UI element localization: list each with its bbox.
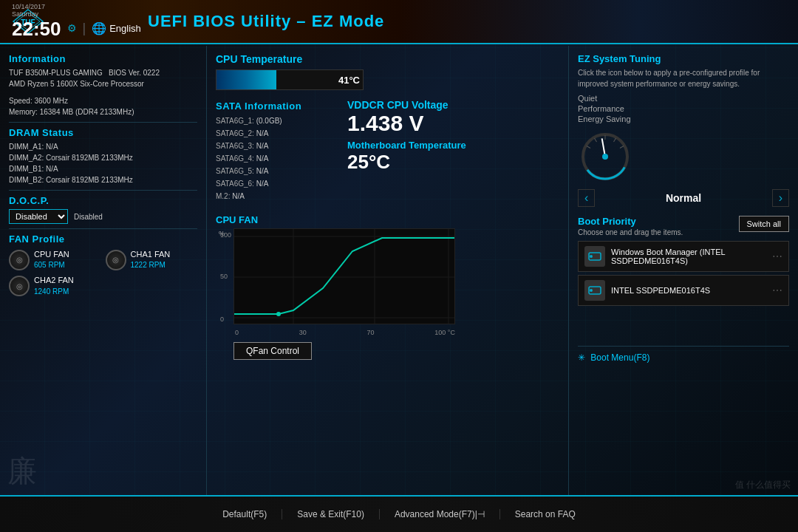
info-cpu: AMD Ryzen 5 1600X Six-Core Processor bbox=[9, 78, 197, 89]
docp-label: Disabled bbox=[74, 211, 103, 222]
cha2-fan-info: CHA2 FAN 1240 RPM bbox=[34, 275, 74, 296]
bottom-bar: Default(F5) Save & Exit(F10) Advanced Mo… bbox=[0, 495, 798, 532]
default-f5-button[interactable]: Default(F5) bbox=[208, 509, 282, 519]
language-label: English bbox=[109, 23, 141, 34]
cpu-temp-section: CPU Temperature 41°C bbox=[216, 53, 559, 90]
right-panel: EZ System Tuning Click the icon below to… bbox=[569, 46, 798, 495]
x-label-30: 30 bbox=[299, 329, 307, 336]
boot-item-more-1[interactable]: ⋯ bbox=[772, 284, 782, 296]
dimm-b1: DIMM_B1: N/A bbox=[9, 163, 197, 174]
boot-item-name-0: Windows Boot Manager (INTEL SSDPEDME016T… bbox=[611, 248, 766, 265]
temp-bar-container: 41°C bbox=[216, 69, 364, 90]
info-board-bios: TUF B350M-PLUS GAMING BIOS Ver. 0222 bbox=[9, 67, 197, 78]
switch-all-button[interactable]: Switch all bbox=[739, 216, 789, 232]
cha2-fan-name: CHA2 FAN bbox=[34, 275, 74, 286]
current-profile-label: Normal bbox=[666, 192, 701, 204]
top-bar: TUF 10/14/2017 Saturday 22:50 ⚙ | 🌐 Engl… bbox=[0, 0, 798, 44]
profile-quiet[interactable]: Quiet bbox=[578, 94, 789, 103]
fan-item-cha1: ◎ CHA1 FAN 1222 RPM bbox=[106, 249, 198, 270]
chart-100-label: 100 bbox=[220, 231, 231, 239]
sata6g6: SATA6G_6: N/A bbox=[216, 177, 559, 190]
temp-value: 41°C bbox=[338, 75, 360, 86]
dimm-b2: DIMM_B2: Corsair 8192MB 2133MHz bbox=[9, 174, 197, 185]
settings-icon[interactable]: ⚙ bbox=[67, 22, 77, 34]
boot-menu-label: Boot Menu(F8) bbox=[590, 352, 649, 363]
cha2-fan-icon: ◎ bbox=[9, 276, 30, 296]
boot-priority-desc: Choose one and drag the items. bbox=[578, 228, 683, 236]
search-faq-label: Search on FAQ bbox=[515, 509, 576, 519]
cpu-fan-chart-title: CPU FAN bbox=[216, 214, 559, 225]
fan-grid: ◎ CPU FAN 605 RPM ◎ CHA1 FAN 1222 RPM ◎ … bbox=[9, 249, 197, 297]
fan-item-cha2: ◎ CHA2 FAN 1240 RPM bbox=[9, 275, 101, 296]
cpu-temp-title: CPU Temperature bbox=[216, 53, 559, 65]
profile-performance[interactable]: Performance bbox=[578, 104, 789, 113]
date-area: 10/14/2017 Saturday 22:50 ⚙ | 🌐 English bbox=[12, 3, 141, 38]
gauge-row bbox=[578, 129, 789, 185]
save-exit-label: Save & Exit(F10) bbox=[297, 509, 364, 519]
profile-energy-saving[interactable]: Energy Saving bbox=[578, 115, 789, 123]
profile-next-button[interactable]: › bbox=[772, 189, 789, 207]
ez-tuning-desc: Click the icon below to apply a pre-conf… bbox=[578, 67, 789, 89]
fan-chart-svg bbox=[233, 228, 455, 324]
profile-nav-row: ‹ Normal › bbox=[578, 189, 789, 207]
bios-title: UEFI BIOS Utility – EZ Mode bbox=[148, 12, 384, 30]
dimm-a1: DIMM_A1: N/A bbox=[9, 141, 197, 152]
svg-point-9 bbox=[276, 312, 281, 316]
boot-item-more-0[interactable]: ⋯ bbox=[772, 250, 782, 262]
cha2-fan-rpm: 1240 RPM bbox=[34, 287, 74, 297]
chart-50-label: 50 bbox=[220, 273, 228, 280]
cha1-fan-rpm: 1222 RPM bbox=[131, 260, 171, 270]
advanced-mode-button[interactable]: Advanced Mode(F7)|⊣ bbox=[380, 509, 500, 519]
mid-panel: CPU Temperature 41°C VDDCR CPU Voltage 1… bbox=[207, 46, 569, 495]
docp-select[interactable]: Disabled Enabled bbox=[9, 209, 68, 224]
boot-disk-icon-1 bbox=[584, 280, 605, 301]
globe-icon: 🌐 bbox=[92, 21, 106, 35]
mb-temp-value: 25°C bbox=[347, 151, 525, 174]
date-text: 10/14/2017 Saturday bbox=[12, 3, 141, 18]
cha1-fan-icon: ◎ bbox=[106, 250, 126, 270]
vddcr-title: VDDCR CPU Voltage bbox=[347, 99, 525, 111]
qfan-control-button[interactable]: QFan Control bbox=[233, 342, 312, 360]
svg-line-18 bbox=[620, 146, 624, 149]
save-exit-button[interactable]: Save & Exit(F10) bbox=[282, 509, 380, 519]
boot-disk-icon-0 bbox=[584, 246, 605, 267]
dimm-a2: DIMM_A2: Corsair 8192MB 2133MHz bbox=[9, 152, 197, 163]
boot-priority-titles: Boot Priority Choose one and drag the it… bbox=[578, 216, 683, 236]
profile-options: Quiet Performance Energy Saving bbox=[578, 94, 789, 123]
cpu-fan-chart-section: CPU FAN % 100 50 0 bbox=[216, 214, 559, 360]
chart-0-label: 0 bbox=[220, 316, 224, 323]
sata-m2: M.2: N/A bbox=[216, 190, 559, 202]
svg-point-22 bbox=[590, 289, 593, 292]
search-faq-button[interactable]: Search on FAQ bbox=[500, 509, 590, 519]
title-area: UEFI BIOS Utility – EZ Mode bbox=[148, 12, 384, 31]
cha1-fan-info: CHA1 FAN 1222 RPM bbox=[131, 249, 171, 270]
info-memory: Memory: 16384 MB (DDR4 2133MHz) bbox=[9, 106, 197, 117]
boot-item-0[interactable]: Windows Boot Manager (INTEL SSDPEDME016T… bbox=[578, 241, 789, 272]
mb-temp-title: Motherboard Temperature bbox=[347, 140, 525, 151]
boot-item-1[interactable]: INTEL SSDPEDME016T4S ⋯ bbox=[578, 275, 789, 306]
vddcr-value: 1.438 V bbox=[347, 111, 525, 135]
svg-line-17 bbox=[614, 138, 616, 142]
default-f5-label: Default(F5) bbox=[222, 509, 267, 519]
svg-point-13 bbox=[602, 154, 608, 160]
chart-x-labels: 0 30 70 100 °C bbox=[233, 329, 455, 336]
left-panel: Information TUF B350M-PLUS GAMING BIOS V… bbox=[0, 46, 207, 495]
boot-item-name-1: INTEL SSDPEDME016T4S bbox=[611, 286, 766, 295]
docp-title: D.O.C.P. bbox=[9, 195, 197, 206]
svg-line-15 bbox=[595, 138, 597, 142]
x-label-70: 70 bbox=[367, 329, 375, 336]
x-label-100: 100 °C bbox=[434, 329, 455, 336]
advanced-mode-label: Advanced Mode(F7)|⊣ bbox=[395, 509, 485, 519]
cha1-fan-name: CHA1 FAN bbox=[131, 249, 171, 260]
cpu-fan-icon: ◎ bbox=[9, 250, 30, 270]
watermark-right: 值 什么值得买 bbox=[735, 479, 791, 491]
fan-profile-title: FAN Profile bbox=[9, 233, 197, 245]
boot-priority-title: Boot Priority bbox=[578, 216, 683, 227]
docp-row: Disabled Enabled Disabled bbox=[9, 209, 197, 224]
cpu-fan-name: CPU FAN bbox=[34, 249, 69, 260]
temp-bar-fill bbox=[216, 70, 276, 89]
chart-wrapper: % 100 50 0 0 bbox=[216, 228, 559, 360]
profile-prev-button[interactable]: ‹ bbox=[578, 189, 595, 207]
boot-menu[interactable]: ✳ Boot Menu(F8) bbox=[578, 346, 789, 363]
time-display: 22:50 bbox=[12, 19, 61, 38]
